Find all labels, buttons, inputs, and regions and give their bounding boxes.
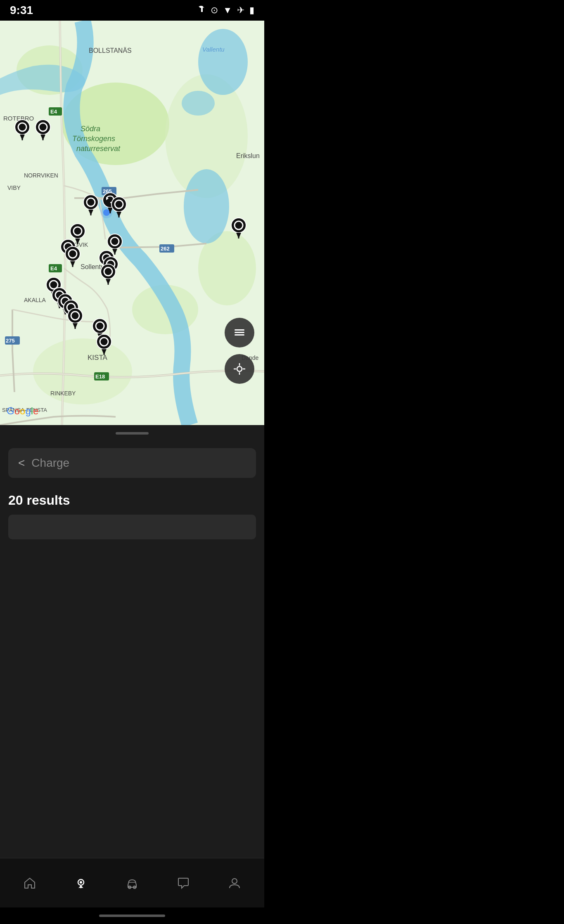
map-controls <box>225 318 254 384</box>
locate-button[interactable] <box>225 354 254 384</box>
svg-text:RINKEBY: RINKEBY <box>50 390 76 397</box>
svg-point-45 <box>36 120 50 135</box>
map-container[interactable]: BOLLSTANÄS ROTEBRO NORRVIKEN VIBY Södra … <box>0 21 264 425</box>
profile-icon <box>227 876 242 891</box>
location-icon <box>73 876 88 891</box>
map-pin-5[interactable] <box>110 196 128 217</box>
status-time: 9:31 <box>10 4 33 17</box>
svg-point-5 <box>33 338 132 404</box>
layers-button[interactable] <box>225 318 254 347</box>
svg-point-96 <box>97 334 111 349</box>
nav-item-profile[interactable] <box>219 872 250 895</box>
results-count: 20 results <box>8 493 256 508</box>
home-indicator <box>0 907 264 924</box>
svg-point-99 <box>231 218 246 233</box>
status-bar: 9:31 ⊙ ▼ ✈ ▮ <box>0 0 264 21</box>
svg-point-105 <box>237 366 242 371</box>
svg-text:275: 275 <box>6 338 15 344</box>
svg-rect-104 <box>235 334 244 336</box>
svg-marker-77 <box>106 279 111 285</box>
map-pin-2[interactable] <box>34 119 52 140</box>
map-pin-12[interactable] <box>99 263 117 285</box>
map-pin-3[interactable] <box>82 194 100 215</box>
svg-point-57 <box>70 224 85 239</box>
svg-point-75 <box>101 264 116 279</box>
bottom-nav <box>0 858 264 907</box>
svg-text:E4: E4 <box>50 265 57 272</box>
drag-handle[interactable] <box>0 425 264 442</box>
svg-point-90 <box>68 308 83 323</box>
svg-marker-44 <box>20 135 25 140</box>
result-item-preview[interactable] <box>8 515 256 539</box>
svg-marker-47 <box>40 135 45 140</box>
svg-text:Erikslun: Erikslun <box>236 152 260 159</box>
svg-point-7 <box>198 29 248 95</box>
results-section: 20 results <box>0 484 264 544</box>
svg-point-111 <box>80 881 82 884</box>
search-bar[interactable]: < Charge <box>8 448 256 478</box>
car-icon <box>125 876 140 891</box>
svg-text:Törnskogens: Törnskogens <box>72 135 115 143</box>
svg-text:BOLLSTANÄS: BOLLSTANÄS <box>89 47 132 54</box>
svg-text:VIBY: VIBY <box>7 184 21 191</box>
back-button[interactable]: < <box>18 456 25 470</box>
battery-icon: ▮ <box>249 5 254 16</box>
map-pin-17[interactable] <box>66 307 84 329</box>
svg-marker-56 <box>116 212 121 217</box>
svg-text:naturreservat: naturreservat <box>76 144 121 153</box>
bottom-content <box>0 544 264 858</box>
svg-point-93 <box>92 319 107 333</box>
svg-point-42 <box>15 120 30 135</box>
home-icon <box>22 876 37 891</box>
drag-handle-bar <box>116 432 149 435</box>
svg-rect-103 <box>235 329 244 331</box>
svg-text:AKALLA: AKALLA <box>24 297 46 303</box>
map-pin-19[interactable] <box>95 333 113 355</box>
svg-text:E18: E18 <box>95 373 105 380</box>
svg-point-63 <box>65 246 80 261</box>
tesla-icon <box>197 5 206 16</box>
google-logo: Google <box>7 405 38 417</box>
svg-marker-50 <box>88 210 93 215</box>
svg-point-9 <box>184 169 229 243</box>
svg-rect-102 <box>235 332 244 333</box>
svg-text:E4: E4 <box>50 109 57 115</box>
nav-item-car[interactable] <box>116 872 148 895</box>
svg-point-54 <box>111 197 126 212</box>
svg-marker-98 <box>102 349 107 355</box>
phone-container: 9:31 ⊙ ▼ ✈ ▮ <box>0 0 264 924</box>
svg-point-48 <box>83 195 98 210</box>
svg-point-66 <box>107 234 122 249</box>
map-pin-1[interactable] <box>13 119 31 140</box>
search-bar-wrapper: < Charge <box>0 442 264 484</box>
svg-point-114 <box>232 879 237 884</box>
svg-text:NORRVIKEN: NORRVIKEN <box>24 172 58 179</box>
status-icons: ⊙ ▼ ✈ ▮ <box>197 5 254 16</box>
svg-marker-65 <box>70 261 75 267</box>
svg-marker-101 <box>236 233 241 239</box>
svg-text:262: 262 <box>161 246 170 252</box>
home-bar <box>99 915 165 917</box>
nav-item-home[interactable] <box>14 872 45 895</box>
location-status-icon: ⊙ <box>211 5 218 16</box>
map-pin-8[interactable] <box>64 246 82 267</box>
svg-text:Vallentu: Vallentu <box>202 46 225 53</box>
nav-item-location[interactable] <box>65 872 97 895</box>
nav-item-chat[interactable] <box>168 872 199 895</box>
svg-point-8 <box>182 91 215 116</box>
map-pin-20[interactable] <box>230 217 248 239</box>
chat-icon <box>176 876 191 891</box>
svg-text:Södra: Södra <box>81 125 100 133</box>
search-input-placeholder[interactable]: Charge <box>31 456 246 470</box>
wifi-icon: ▼ <box>223 5 232 16</box>
airplane-icon: ✈ <box>237 5 244 16</box>
svg-marker-92 <box>73 323 78 329</box>
